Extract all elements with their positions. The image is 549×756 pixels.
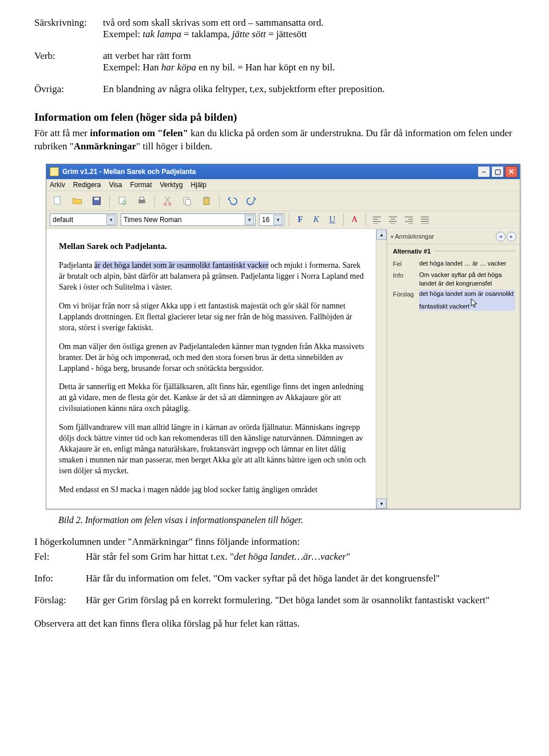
style-value: default — [53, 216, 73, 224]
underline-button[interactable]: U — [326, 214, 339, 225]
close-button[interactable]: ✕ — [505, 166, 518, 177]
editor-paragraph: Detta är sannerlig ett Mekka för fjälläl… — [59, 382, 368, 414]
italic-button[interactable]: K — [310, 214, 323, 225]
editor-paragraph: Om vi bröjar från norr så stiger Akka up… — [59, 301, 368, 334]
svg-rect-3 — [119, 197, 125, 204]
menu-item[interactable]: Arkiv — [50, 181, 65, 189]
def-desc: två ord som skall skrivas som ett ord – … — [103, 17, 515, 40]
bold-button[interactable]: F — [294, 214, 307, 225]
alt-title: Alternativ #1 — [393, 248, 431, 255]
expl-term: Förslag: — [34, 595, 86, 606]
format-toolbar: default▾ Times New Roman▾ 16▾ F K U A — [46, 211, 520, 229]
editor-paragraph: Med endasst en SJ macka i magen nådde ja… — [59, 485, 368, 496]
def-line: Exempel: Han — [103, 62, 161, 73]
chevron-down-icon[interactable]: ▾ — [391, 233, 393, 240]
font-value: Times New Roman — [124, 216, 182, 224]
editor-paragraph: Padjelanta är det höga landet som är osa… — [59, 260, 368, 293]
text-italic: det höga landet…är…vacker — [234, 551, 346, 562]
text-bold: information om "felen" — [90, 128, 188, 138]
def-line: två ord som skall skrivas som ett ord – … — [103, 17, 324, 28]
forslag-value[interactable]: det höga landet som är osannolikt fantas… — [419, 290, 515, 311]
align-justify-icon[interactable] — [419, 214, 431, 225]
font-combo[interactable]: Times New Roman▾ — [121, 213, 256, 226]
def-line: en ny bil. = Han har köpt en ny bil. — [196, 62, 335, 73]
paste-icon[interactable] — [198, 193, 214, 208]
fel-value: det höga landet … är … vacker — [419, 259, 515, 268]
menu-item[interactable]: Visa — [109, 181, 122, 189]
chevron-down-icon: ▾ — [245, 215, 254, 225]
editor-scrollbar[interactable]: ▴ ▾ — [376, 229, 387, 509]
print-icon[interactable] — [134, 193, 150, 208]
save-icon[interactable] — [89, 193, 105, 208]
annotation-details: Fel det höga landet … är … vacker Info O… — [387, 256, 520, 313]
font-color-button[interactable]: A — [348, 214, 361, 225]
svg-point-7 — [164, 203, 166, 205]
highlighted-error[interactable]: är det höga landet som är osannolikt fan… — [94, 261, 269, 270]
window-title: Grim v1.21 - Mellan Sarek och Padjelanta — [62, 168, 196, 176]
text: " — [346, 551, 350, 562]
paragraph: Observera att det kan finns flera olika … — [34, 618, 515, 631]
style-combo[interactable]: default▾ — [50, 213, 117, 226]
def-line: Exempel: — [103, 29, 142, 39]
toolbar — [46, 191, 520, 211]
def-line: = taklampa, — [181, 29, 232, 39]
copy-icon[interactable] — [179, 193, 195, 208]
open-file-icon[interactable] — [69, 193, 85, 208]
menu-item[interactable]: Redigera — [73, 181, 101, 189]
minimize-button[interactable]: – — [478, 166, 490, 177]
chevron-down-icon: ▾ — [273, 215, 283, 225]
def-example: tak lampa — [142, 29, 181, 39]
text: För att få mer — [34, 128, 90, 138]
svg-rect-10 — [186, 199, 190, 205]
scroll-down-icon[interactable]: ▾ — [376, 498, 387, 509]
cursor-icon — [471, 298, 479, 311]
menu-item[interactable]: Hjälp — [191, 181, 206, 189]
svg-rect-2 — [94, 197, 99, 200]
align-right-icon[interactable] — [403, 214, 415, 225]
editor-pane[interactable]: Mellan Sarek och Padjelanta. Padjelanta … — [46, 229, 376, 509]
text: Här står fel som Grim har hittat t.ex. " — [86, 551, 234, 562]
svg-point-8 — [169, 203, 171, 205]
align-left-icon[interactable] — [371, 214, 383, 225]
app-window: Grim v1.21 - Mellan Sarek och Padjelanta… — [46, 164, 520, 510]
def-term: Övriga: — [34, 84, 103, 95]
forslag-label: Förslag — [393, 290, 416, 311]
def-term: Särskrivning: — [34, 17, 103, 40]
figure-caption: Bild 2. Information om felen visas i inf… — [58, 515, 515, 525]
svg-rect-12 — [205, 196, 208, 198]
definition-list: Särskrivning: två ord som skall skrivas … — [34, 17, 515, 95]
maximize-button[interactable]: ▢ — [491, 166, 504, 177]
fel-label: Fel — [393, 259, 416, 268]
panel-header: ▾ Anmärkningar ◂ ▸ — [387, 229, 520, 244]
scroll-up-icon[interactable]: ▴ — [376, 229, 387, 240]
menu-item[interactable]: Verktyg — [160, 181, 183, 189]
def-example: har köpa — [161, 62, 196, 73]
cut-icon[interactable] — [160, 193, 176, 208]
forslag-text: det höga landet som är osannolikt fantas… — [419, 290, 514, 310]
text: Padjelanta — [59, 261, 94, 270]
section-heading: Information om felen (höger sida på bild… — [34, 111, 515, 124]
text-bold: Anmärkningar — [74, 141, 137, 152]
chevron-down-icon: ▾ — [106, 215, 116, 225]
align-center-icon[interactable] — [387, 214, 399, 225]
size-value: 16 — [262, 216, 269, 224]
app-icon — [50, 167, 59, 176]
menu-item[interactable]: Format — [130, 181, 152, 189]
nav-prev-icon[interactable]: ◂ — [496, 232, 506, 242]
nav-next-icon[interactable]: ▸ — [507, 232, 516, 242]
size-combo[interactable]: 16▾ — [259, 213, 284, 226]
titlebar: Grim v1.21 - Mellan Sarek och Padjelanta… — [46, 164, 520, 179]
new-file-icon[interactable] — [50, 193, 66, 208]
def-line: = jättesött — [266, 29, 307, 39]
def-term: Verb: — [34, 50, 103, 73]
def-example: jätte sött — [232, 29, 266, 39]
def-desc: En blandning av några olika feltyper, t,… — [103, 84, 515, 95]
alternative-header: Alternativ #1 — [387, 244, 520, 256]
redo-icon[interactable] — [244, 193, 260, 208]
def-desc: att verbet har rätt form Exempel: Han ha… — [103, 50, 515, 73]
expl-term: Fel: — [34, 551, 86, 563]
print-preview-icon[interactable] — [114, 193, 130, 208]
expl-term: Info: — [34, 573, 86, 584]
info-label: Info — [393, 271, 416, 288]
undo-icon[interactable] — [224, 193, 240, 208]
